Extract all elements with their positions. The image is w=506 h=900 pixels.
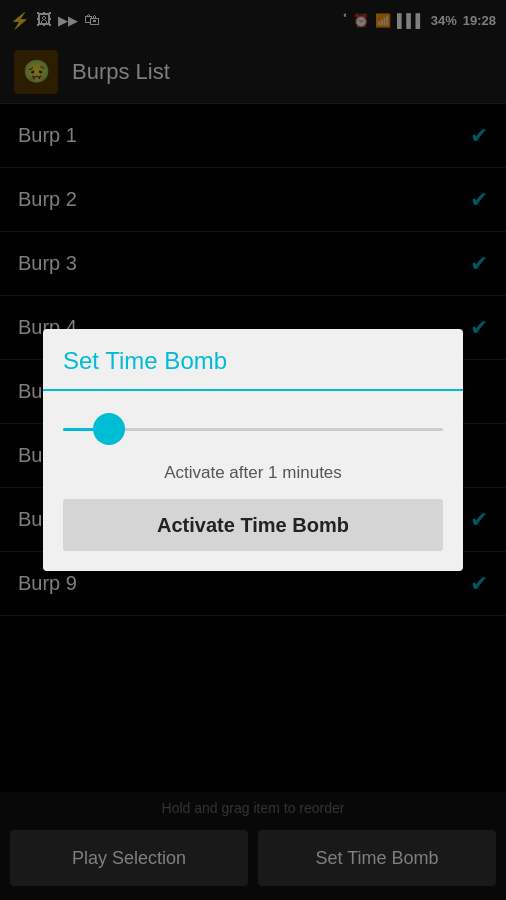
timer-slider-container[interactable] [63,411,443,447]
dialog-body: Activate after 1 minutes Activate Time B… [43,391,463,571]
activate-time-bomb-button[interactable]: Activate Time Bomb [63,499,443,551]
activate-after-text: Activate after 1 minutes [164,463,342,483]
dialog-overlay: Set Time Bomb Activate after 1 minutes A… [0,0,506,900]
slider-thumb[interactable] [93,413,125,445]
dialog-title: Set Time Bomb [43,329,463,389]
set-time-bomb-dialog: Set Time Bomb Activate after 1 minutes A… [43,329,463,571]
